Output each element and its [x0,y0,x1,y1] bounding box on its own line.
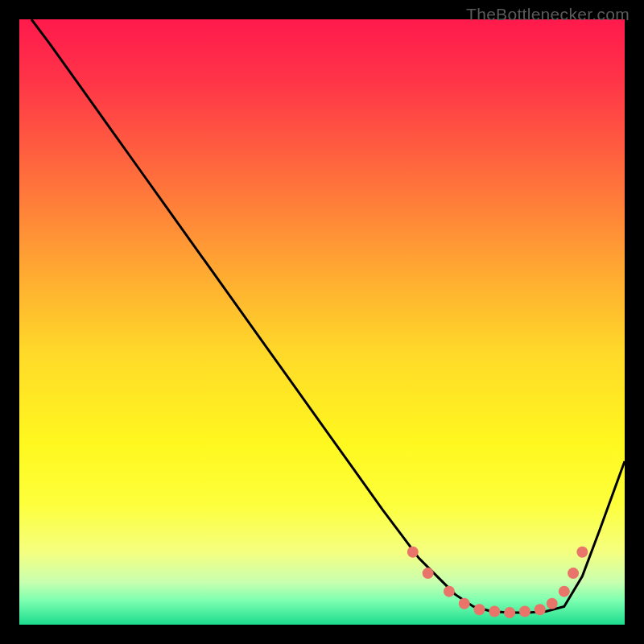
highlight-marker [444,586,455,597]
highlight-marker [474,604,485,615]
highlight-marker [423,568,434,579]
watermark-text: TheBottleneсker.com [466,5,630,24]
highlight-marker [504,607,515,618]
chart-curve-layer [19,19,625,625]
highlight-marker [547,598,558,609]
highlight-marker [459,598,470,609]
highlight-marker [576,547,588,558]
highlight-marker [519,605,530,617]
chart-plot-area [19,19,625,625]
highlight-marker [407,547,419,558]
highlight-marker [489,605,500,617]
highlight-marker [568,568,579,579]
bottleneck-curve-line [31,19,625,613]
highlight-marker [535,604,546,615]
highlight-marker [559,586,570,597]
